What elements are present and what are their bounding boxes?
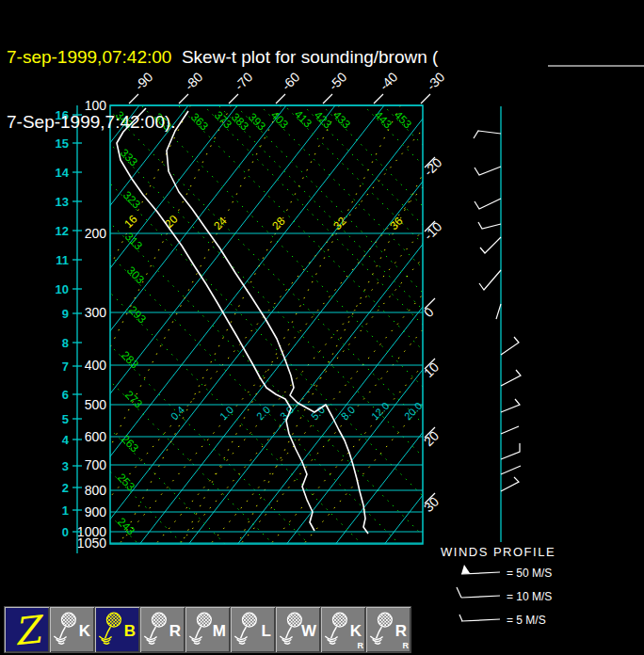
svg-text:10: 10 xyxy=(56,282,69,296)
svg-text:2: 2 xyxy=(62,481,69,495)
radiosonde-balloon-icon xyxy=(368,610,396,649)
svg-text:= 5 M/S: = 5 M/S xyxy=(507,614,546,627)
svg-text:11: 11 xyxy=(56,253,69,267)
svg-text:1: 1 xyxy=(62,503,69,518)
mixing-ratio-labels: 0.41.02.03.05.08.012.020.0 xyxy=(169,400,425,423)
svg-text:273: 273 xyxy=(122,388,145,410)
svg-text:5: 5 xyxy=(62,412,69,426)
toolbar-button-b[interactable]: B xyxy=(95,607,139,652)
svg-text:24: 24 xyxy=(211,215,230,233)
svg-text:20: 20 xyxy=(421,428,442,449)
radiosonde-balloon-icon xyxy=(142,610,170,649)
svg-text:0.4: 0.4 xyxy=(169,404,186,422)
svg-text:30: 30 xyxy=(421,494,442,515)
toolbar-button-k2[interactable]: K R xyxy=(321,607,365,652)
svg-text:-10: -10 xyxy=(421,218,445,243)
title-line1: 7-sep-1999,07:42:00 Skew-t plot for soun… xyxy=(7,46,438,68)
right-temp-labels: -20-100102030 xyxy=(421,154,445,515)
toolbar-button-label: K xyxy=(79,622,90,641)
toolbar-button-subscript: R xyxy=(403,641,410,650)
toolbar-button-label: B xyxy=(124,622,136,641)
toolbar-button-subscript: R xyxy=(358,641,364,650)
svg-text:323: 323 xyxy=(121,188,143,211)
title-text: Skew-t plot for sounding/brown ( xyxy=(171,47,438,67)
svg-text:400: 400 xyxy=(85,358,107,373)
svg-text:13: 13 xyxy=(56,195,69,209)
svg-text:12: 12 xyxy=(56,224,69,238)
wind-barbs xyxy=(474,131,521,491)
svg-text:300: 300 xyxy=(85,305,107,320)
toolbar-button-z[interactable]: Z xyxy=(5,607,49,652)
svg-text:36: 36 xyxy=(387,215,406,233)
toolbar-button-label: R xyxy=(169,622,181,641)
toolbar-button-r2[interactable]: R R xyxy=(366,607,411,652)
svg-text:1050: 1050 xyxy=(77,535,106,551)
svg-text:7: 7 xyxy=(62,359,69,374)
svg-text:12.0: 12.0 xyxy=(369,400,392,423)
svg-text:9: 9 xyxy=(62,307,69,321)
winds-legend: WINDS PROFILE= 50 M/S= 10 M/S= 5 M/S xyxy=(441,545,555,627)
svg-text:500: 500 xyxy=(85,397,107,412)
toolbar-button-label: R xyxy=(395,622,407,641)
window-title: 7-sep-1999,07:42:00 Skew-t plot for soun… xyxy=(7,3,438,176)
svg-text:900: 900 xyxy=(85,504,107,519)
svg-text:3: 3 xyxy=(62,459,69,473)
window-edge-line xyxy=(548,65,644,67)
svg-text:16: 16 xyxy=(121,213,140,232)
svg-text:8: 8 xyxy=(62,336,69,350)
toolbar-button-k[interactable]: K xyxy=(50,607,94,652)
svg-text:0: 0 xyxy=(62,525,69,539)
svg-text:303: 303 xyxy=(124,264,147,286)
svg-text:6: 6 xyxy=(62,388,69,402)
svg-text:283: 283 xyxy=(119,348,141,371)
svg-text:263: 263 xyxy=(119,432,141,455)
toolbar-button-label: L xyxy=(262,622,271,641)
svg-text:1.0: 1.0 xyxy=(217,404,235,422)
svg-text:20.0: 20.0 xyxy=(402,400,425,423)
svg-text:600: 600 xyxy=(85,429,107,444)
svg-text:= 50 M/S: = 50 M/S xyxy=(507,567,552,580)
toolbar-button-label: M xyxy=(213,622,226,641)
toolbar-button-m[interactable]: M xyxy=(185,607,230,652)
toolbar-button-label: K xyxy=(350,622,362,641)
svg-text:8.0: 8.0 xyxy=(339,404,357,422)
svg-text:243: 243 xyxy=(115,515,137,537)
svg-text:4: 4 xyxy=(62,433,70,447)
svg-text:28: 28 xyxy=(269,215,288,233)
title-line2: 7-Sep-1999,7:42:00). xyxy=(7,111,438,133)
radiosonde-balloon-icon xyxy=(233,610,261,649)
title-timestamp: 7-sep-1999,07:42:00 xyxy=(7,47,171,67)
toolbar-button-label: W xyxy=(301,622,316,641)
svg-text:800: 800 xyxy=(85,483,107,498)
radiosonde-balloon-icon xyxy=(97,610,125,649)
svg-text:200: 200 xyxy=(85,226,107,241)
svg-text:10: 10 xyxy=(421,359,442,380)
svg-text:= 10 M/S: = 10 M/S xyxy=(507,590,552,603)
radiosonde-balloon-icon xyxy=(323,610,351,649)
svg-text:2.0: 2.0 xyxy=(254,404,272,422)
app-window: 1002003004005006007008009001000105016151… xyxy=(0,0,644,655)
radiosonde-balloon-icon xyxy=(187,610,216,649)
toolbar-button-l[interactable]: L xyxy=(231,607,275,652)
svg-text:700: 700 xyxy=(85,457,107,472)
toolbar: Z K B R xyxy=(5,607,411,652)
toolbar-button-w[interactable]: W xyxy=(276,607,320,652)
radiosonde-balloon-icon xyxy=(52,610,80,649)
svg-text:WINDS PROFILE: WINDS PROFILE xyxy=(441,545,555,559)
toolbar-button-r[interactable]: R xyxy=(140,607,185,652)
script-z-glyph: Z xyxy=(3,606,52,654)
